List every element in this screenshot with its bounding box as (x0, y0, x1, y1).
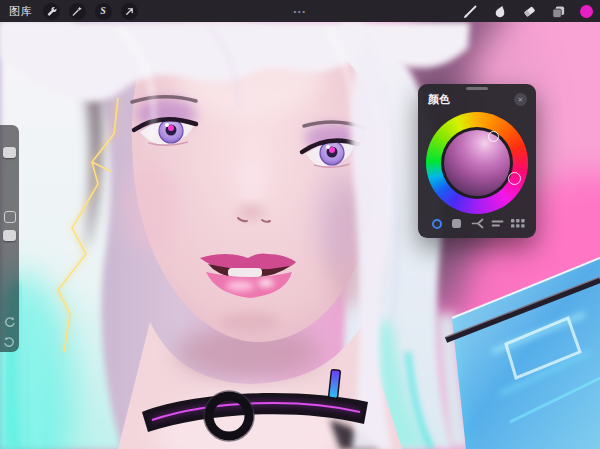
tab-palettes[interactable] (510, 216, 525, 231)
brush-icon[interactable] (462, 3, 479, 20)
tab-harmony[interactable] (470, 216, 485, 231)
brush-sidebar (0, 125, 19, 352)
saturation-selector[interactable] (488, 131, 499, 142)
saturation-disc[interactable] (444, 130, 510, 196)
classic-tab-icon (452, 219, 461, 228)
value-tab-icon (491, 217, 504, 230)
magic-wand-icon (71, 5, 83, 17)
modify-button[interactable] (4, 211, 16, 223)
earring (329, 370, 341, 399)
tab-classic[interactable] (449, 216, 464, 231)
harmony-tab-icon (471, 217, 484, 230)
redo-button[interactable] (3, 335, 16, 348)
tab-disc[interactable] (429, 216, 444, 231)
adjustments-button[interactable] (69, 3, 86, 20)
color-panel-tabs (418, 216, 536, 231)
gallery-button[interactable]: 图库 (0, 4, 38, 19)
tab-value[interactable] (490, 216, 505, 231)
brush-size-slider[interactable] (3, 147, 16, 158)
canvas-more-menu[interactable]: ••• (294, 0, 307, 22)
selection-s-icon: S (100, 6, 106, 16)
panel-drag-handle[interactable] (466, 87, 488, 90)
undo-button[interactable] (3, 315, 16, 328)
actions-button[interactable] (43, 3, 60, 20)
layers-icon[interactable] (551, 4, 566, 19)
smudge-finger-icon[interactable] (493, 4, 508, 19)
wrench-icon (45, 5, 57, 17)
top-toolbar: 图库 S ••• (0, 0, 600, 22)
opacity-slider[interactable] (3, 230, 16, 241)
color-panel: 颜色 ✕ (418, 84, 536, 238)
transform-arrow-icon (124, 6, 135, 17)
disc-tab-icon (432, 219, 442, 229)
palettes-tab-icon (511, 219, 525, 229)
undo-icon (3, 316, 16, 329)
redo-icon (3, 336, 16, 349)
color-panel-title: 颜色 (428, 92, 450, 107)
close-icon[interactable]: ✕ (514, 93, 527, 106)
selection-button[interactable]: S (95, 3, 112, 20)
current-color-swatch[interactable] (580, 5, 593, 18)
transform-button[interactable] (121, 3, 138, 20)
color-wheel[interactable] (426, 112, 528, 214)
hue-selector[interactable] (508, 172, 521, 185)
eraser-icon[interactable] (522, 4, 537, 19)
